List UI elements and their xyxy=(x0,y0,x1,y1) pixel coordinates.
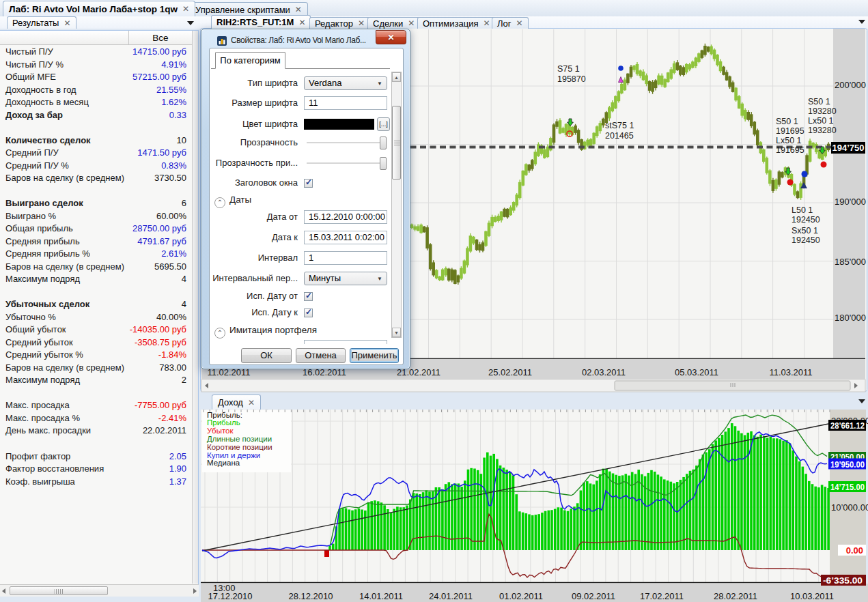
svg-text:191695: 191695 xyxy=(776,126,804,136)
svg-text:09.02.2011: 09.02.2011 xyxy=(572,591,615,601)
svg-text:Sx50 1: Sx50 1 xyxy=(792,226,818,235)
svg-text:14’715.00: 14’715.00 xyxy=(830,482,865,492)
svg-text:Прибыль: Прибыль xyxy=(207,418,240,427)
svg-text:201465: 201465 xyxy=(605,131,634,141)
svg-text:14.01.2011: 14.01.2011 xyxy=(359,591,403,601)
svg-text:28’661.12: 28’661.12 xyxy=(830,420,865,431)
svg-text:10.03.2011: 10.03.2011 xyxy=(790,591,834,601)
svg-text:192450: 192450 xyxy=(792,235,820,245)
svg-text:25.02.2011: 25.02.2011 xyxy=(488,367,532,377)
svg-text:stS75 1: stS75 1 xyxy=(605,121,634,130)
svg-text:190'000: 190'000 xyxy=(835,197,866,207)
svg-text:S50 1: S50 1 xyxy=(776,117,798,126)
svg-text:Короткие позиции: Короткие позиции xyxy=(207,443,272,451)
svg-text:195870: 195870 xyxy=(557,74,586,84)
svg-text:17.12.2010: 17.12.2010 xyxy=(208,591,252,601)
svg-text:193280: 193280 xyxy=(808,106,837,116)
svg-text:05.03.2011: 05.03.2011 xyxy=(675,367,718,377)
svg-text:19’950.00: 19’950.00 xyxy=(830,459,865,470)
svg-text:S75 1: S75 1 xyxy=(557,64,580,74)
svg-text:Медиана: Медиана xyxy=(207,459,240,467)
svg-text:17.02.2011: 17.02.2011 xyxy=(640,591,684,601)
svg-text:02.03.2011: 02.03.2011 xyxy=(582,367,626,377)
svg-text:28.12.2010: 28.12.2010 xyxy=(288,591,333,601)
svg-text:191695: 191695 xyxy=(776,145,804,155)
svg-text:Lx50 1: Lx50 1 xyxy=(776,136,802,145)
svg-text:194’750: 194’750 xyxy=(832,143,865,153)
svg-text:28.02.2011: 28.02.2011 xyxy=(714,591,757,601)
svg-text:180'000: 180'000 xyxy=(835,313,866,323)
svg-text:Lx50 1: Lx50 1 xyxy=(808,116,834,126)
svg-text:24.01.2011: 24.01.2011 xyxy=(429,591,473,601)
svg-text:193280: 193280 xyxy=(808,126,837,135)
svg-text:Прибыль:: Прибыль: xyxy=(207,411,242,419)
svg-text:185'000: 185'000 xyxy=(835,257,866,267)
svg-text:11.03.2011: 11.03.2011 xyxy=(769,367,812,377)
svg-text:-6’335.00: -6’335.00 xyxy=(823,575,863,586)
svg-text:Длинные позиции: Длинные позиции xyxy=(207,435,272,443)
svg-text:10’000.00: 10’000.00 xyxy=(831,502,868,513)
svg-text:192450: 192450 xyxy=(792,215,820,225)
svg-text:0.00: 0.00 xyxy=(846,545,863,556)
svg-text:200'000: 200'000 xyxy=(835,80,866,90)
svg-text:01.02.2011: 01.02.2011 xyxy=(499,591,543,601)
svg-text:L50 1: L50 1 xyxy=(792,205,813,215)
svg-text:S50 1: S50 1 xyxy=(808,97,830,106)
svg-text:Купил и держи: Купил и держи xyxy=(207,451,260,459)
svg-text:Убыток: Убыток xyxy=(207,427,234,435)
